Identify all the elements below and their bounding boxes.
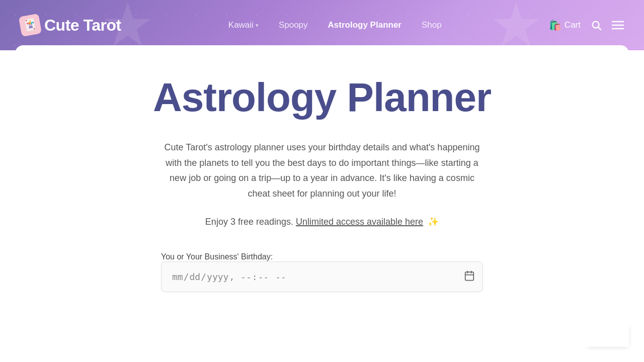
birthday-input[interactable] bbox=[161, 261, 483, 292]
bg-star-right: ★ bbox=[489, 0, 543, 50]
nav-icons: 🛍️ Cart bbox=[549, 19, 624, 31]
nav-shop[interactable]: Shop bbox=[422, 20, 442, 30]
menu-button[interactable] bbox=[612, 21, 624, 30]
cart-button[interactable]: 🛍️ Cart bbox=[549, 19, 581, 31]
cart-emoji-icon: 🛍️ bbox=[549, 19, 561, 31]
nav-kawaii[interactable]: Kawaii ▾ bbox=[228, 20, 259, 30]
free-readings-text: Enjoy 3 free readings. Unlimited access … bbox=[205, 216, 439, 227]
sparkle-icon: ✨ bbox=[428, 216, 439, 227]
cart-label: Cart bbox=[565, 20, 581, 30]
birthday-label: You or Your Business' Birthday: bbox=[161, 252, 273, 261]
kawaii-chevron-icon: ▾ bbox=[256, 22, 259, 29]
header: ★ ★ 🃏 Cute Tarot Kawaii ▾ Spoopy Astrolo… bbox=[0, 0, 644, 50]
logo-emoji: 🃏 bbox=[22, 18, 38, 33]
logo[interactable]: 🃏 Cute Tarot bbox=[20, 15, 121, 35]
birthday-input-wrapper bbox=[161, 261, 483, 292]
logo-text: Cute Tarot bbox=[44, 16, 121, 35]
unlimited-access-link[interactable]: Unlimited access available here bbox=[296, 217, 423, 227]
birthday-section: You or Your Business' Birthday: bbox=[161, 252, 483, 292]
logo-icon: 🃏 bbox=[19, 14, 42, 37]
nav-spoopy[interactable]: Spoopy bbox=[279, 20, 308, 30]
svg-point-0 bbox=[593, 22, 599, 28]
svg-line-1 bbox=[599, 28, 601, 30]
nav-astrology-planner[interactable]: Astrology Planner bbox=[328, 20, 401, 30]
main-content: Astrology Planner Cute Tarot's astrology… bbox=[15, 45, 629, 347]
page-title: Astrology Planner bbox=[153, 75, 491, 120]
description-text: Cute Tarot's astrology planner uses your… bbox=[161, 140, 483, 201]
main-nav: Kawaii ▾ Spoopy Astrology Planner Shop bbox=[228, 20, 442, 30]
search-button[interactable] bbox=[591, 20, 602, 31]
